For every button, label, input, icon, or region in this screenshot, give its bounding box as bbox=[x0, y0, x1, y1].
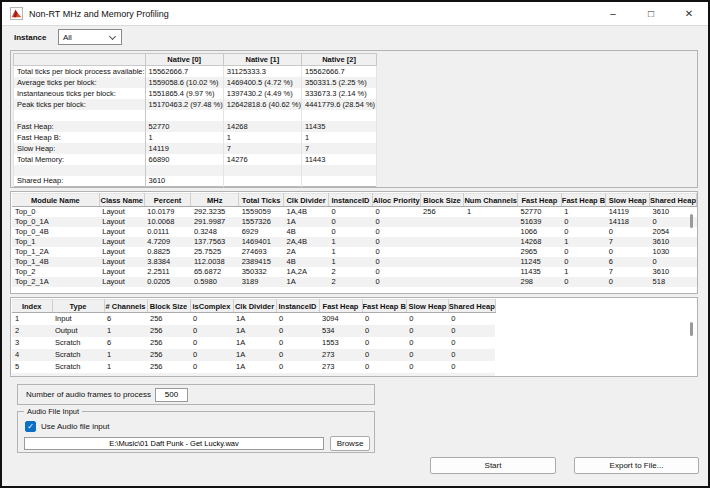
table-cell[interactable]: 256 bbox=[147, 325, 190, 337]
table-cell[interactable]: Layout bbox=[99, 267, 144, 277]
table-cell[interactable]: 0 bbox=[406, 361, 448, 373]
column-header[interactable]: Clk Divider bbox=[284, 194, 329, 207]
table-cell[interactable]: 292.3235 bbox=[191, 207, 239, 217]
table-cell[interactable]: 0 bbox=[448, 313, 495, 325]
column-header[interactable]: Module Name bbox=[12, 194, 99, 207]
table-cell[interactable] bbox=[464, 227, 518, 237]
table-cell[interactable]: 1A bbox=[233, 349, 276, 361]
table-cell[interactable] bbox=[420, 277, 464, 287]
table-cell[interactable]: Scratch bbox=[52, 361, 104, 373]
table-cell[interactable]: 1 bbox=[328, 257, 372, 267]
table-cell[interactable]: 3094 bbox=[319, 313, 362, 325]
table-cell[interactable]: Layout bbox=[99, 237, 144, 247]
table-row[interactable]: 3Scratch625601A01553000 bbox=[12, 337, 495, 349]
table-cell[interactable]: 0 bbox=[372, 247, 420, 257]
column-header[interactable]: Block Size bbox=[147, 300, 190, 313]
table-cell[interactable]: Layout bbox=[99, 207, 144, 217]
table-cell[interactable]: 11245 bbox=[517, 257, 561, 267]
table-cell[interactable]: 0 bbox=[606, 227, 650, 237]
table-cell[interactable]: 0 bbox=[372, 227, 420, 237]
table-cell[interactable]: 4B bbox=[284, 227, 329, 237]
table-cell[interactable]: 51639 bbox=[517, 217, 561, 227]
column-header[interactable]: Fast Heap B bbox=[362, 300, 406, 313]
table-cell[interactable]: 7 bbox=[606, 267, 650, 277]
table-cell[interactable]: 0 bbox=[276, 325, 319, 337]
table-cell[interactable] bbox=[464, 277, 518, 287]
table-cell[interactable]: 0 bbox=[406, 337, 448, 349]
table-cell[interactable]: 0 bbox=[448, 337, 495, 349]
table-cell[interactable]: 0 bbox=[448, 373, 495, 378]
table-cell[interactable]: 0 bbox=[606, 247, 650, 257]
table-cell[interactable]: 112.0038 bbox=[191, 257, 239, 267]
table-cell[interactable]: 0 bbox=[406, 349, 448, 361]
column-header[interactable]: Fast Heap bbox=[319, 300, 362, 313]
column-header[interactable]: InstanceID bbox=[328, 194, 372, 207]
table-cell[interactable]: 0.8825 bbox=[144, 247, 191, 257]
table-cell[interactable]: 14118 bbox=[606, 217, 650, 227]
table-cell[interactable]: 6 bbox=[104, 313, 147, 325]
table-cell[interactable]: 0 bbox=[561, 257, 605, 267]
table-cell[interactable]: 3.8384 bbox=[144, 257, 191, 267]
table-row[interactable]: Top_2Layout2.251165.68723503321A,2A20114… bbox=[12, 267, 697, 277]
table-row[interactable]: Top_2_1ALayout0.02050.598031891A20298005… bbox=[12, 277, 697, 287]
table-cell[interactable]: 10.0068 bbox=[144, 217, 191, 227]
table-cell[interactable]: 65.6872 bbox=[191, 267, 239, 277]
vertical-scrollbar[interactable] bbox=[690, 214, 693, 228]
table-cell[interactable]: 0 bbox=[190, 373, 233, 378]
table-cell[interactable]: 291.9987 bbox=[191, 217, 239, 227]
table-cell[interactable] bbox=[420, 247, 464, 257]
maximize-button[interactable]: □ bbox=[632, 2, 670, 26]
table-cell[interactable]: 0 bbox=[448, 325, 495, 337]
table-cell[interactable]: 256 bbox=[147, 337, 190, 349]
table-cell[interactable]: 1 bbox=[328, 247, 372, 257]
table-cell[interactable]: 0.0111 bbox=[144, 227, 191, 237]
table-cell[interactable]: 298 bbox=[517, 277, 561, 287]
table-cell[interactable] bbox=[464, 237, 518, 247]
table-cell[interactable]: 0 bbox=[190, 349, 233, 361]
table-cell[interactable]: 0 bbox=[190, 313, 233, 325]
table-cell[interactable]: 6929 bbox=[239, 227, 284, 237]
table-cell[interactable]: Top_2 bbox=[12, 267, 99, 277]
table-cell[interactable]: 273 bbox=[319, 373, 362, 378]
table-cell[interactable]: Top_0_4B bbox=[12, 227, 99, 237]
table-cell[interactable]: 1559059 bbox=[239, 207, 284, 217]
table-row[interactable]: Top_1_2ALayout0.882525.75252746932A10296… bbox=[12, 247, 697, 257]
table-cell[interactable]: 2.2511 bbox=[144, 267, 191, 277]
table-cell[interactable]: 14119 bbox=[606, 207, 650, 217]
table-cell[interactable]: 1 bbox=[104, 349, 147, 361]
table-cell[interactable]: 0 bbox=[406, 313, 448, 325]
frames-input[interactable] bbox=[155, 388, 188, 402]
table-cell[interactable]: 0 bbox=[561, 247, 605, 257]
table-cell[interactable] bbox=[420, 227, 464, 237]
table-cell[interactable]: 1A bbox=[233, 313, 276, 325]
table-cell[interactable]: Top_1_2A bbox=[12, 247, 99, 257]
table-cell[interactable]: 1 bbox=[104, 325, 147, 337]
table-cell[interactable]: 1A bbox=[233, 373, 276, 378]
table-cell[interactable] bbox=[420, 267, 464, 277]
table-cell[interactable]: 11435 bbox=[517, 267, 561, 277]
column-header[interactable]: Slow Heap bbox=[606, 194, 650, 207]
table-cell[interactable]: 0.5980 bbox=[191, 277, 239, 287]
table-cell[interactable]: 2054 bbox=[650, 227, 697, 237]
table-cell[interactable]: 1 bbox=[104, 373, 147, 378]
table-cell[interactable]: 6 bbox=[104, 337, 147, 349]
column-header[interactable]: Class Name bbox=[99, 194, 144, 207]
table-cell[interactable]: 10.0179 bbox=[144, 207, 191, 217]
table-cell[interactable]: 256 bbox=[420, 207, 464, 217]
table-cell[interactable]: 2 bbox=[12, 325, 52, 337]
table-cell[interactable]: 0 bbox=[276, 373, 319, 378]
table-cell[interactable]: 6 bbox=[12, 373, 52, 378]
table-cell[interactable]: 0 bbox=[561, 227, 605, 237]
table-cell[interactable] bbox=[464, 217, 518, 227]
column-header[interactable]: Block Size bbox=[420, 194, 464, 207]
table-cell[interactable]: Input bbox=[52, 313, 104, 325]
table-row[interactable]: Top_1Layout4.7209137.756314694012A,4B101… bbox=[12, 237, 697, 247]
table-cell[interactable] bbox=[420, 257, 464, 267]
table-cell[interactable]: 3610 bbox=[650, 237, 697, 247]
browse-button[interactable]: Browse bbox=[330, 436, 370, 451]
table-cell[interactable]: 1 bbox=[104, 361, 147, 373]
table-cell[interactable]: 1A,4B bbox=[284, 207, 329, 217]
table-cell[interactable]: 1A bbox=[284, 217, 329, 227]
table-cell[interactable]: Top_1 bbox=[12, 237, 99, 247]
table-cell[interactable]: 256 bbox=[147, 349, 190, 361]
